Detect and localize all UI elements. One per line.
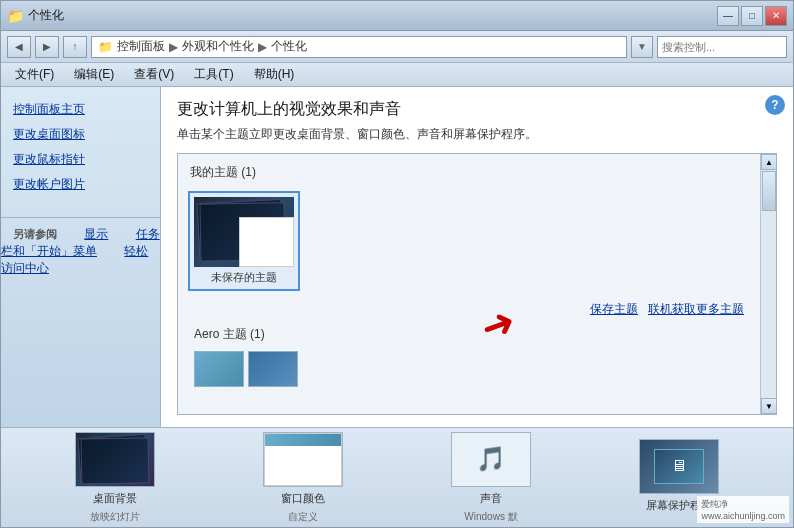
sidebar-also-see: 另请参阅 显示 任务栏和「开始」菜单 轻松访问中心 <box>1 217 160 277</box>
forward-button[interactable]: ▶ <box>35 36 59 58</box>
screensaver-image: 🖥 <box>640 440 718 493</box>
title-bar-controls: — □ ✕ <box>717 6 787 26</box>
maximize-button[interactable]: □ <box>741 6 763 26</box>
sound-label: 声音 <box>480 491 502 506</box>
aero-section-label: Aero 主题 (1) <box>186 322 752 347</box>
sidebar-item-desktop-icons[interactable]: 更改桌面图标 <box>1 122 160 147</box>
scroll-down-button[interactable]: ▼ <box>761 398 777 414</box>
sound-image: 🎵 <box>452 433 530 486</box>
separator-1: ▶ <box>169 40 178 54</box>
page-description: 单击某个主题立即更改桌面背景、窗口颜色、声音和屏幕保护程序。 <box>177 126 777 143</box>
sound-thumbnail: 🎵 <box>451 432 531 487</box>
address-path[interactable]: 📁 控制面板 ▶ 外观和个性化 ▶ 个性化 <box>91 36 627 58</box>
desktop-bg-label: 桌面背景 <box>93 491 137 506</box>
search-input[interactable] <box>658 41 794 53</box>
themes-panel: 我的主题 (1) <box>177 153 777 415</box>
theme-thumbnail <box>194 197 294 267</box>
my-themes-label: 我的主题 (1) <box>186 162 752 183</box>
watermark-url: www.aichunljing.com <box>701 511 785 521</box>
up-button[interactable]: ↑ <box>63 36 87 58</box>
menu-help[interactable]: 帮助(H) <box>248 64 301 85</box>
address-bar: ◀ ▶ ↑ 📁 控制面板 ▶ 外观和个性化 ▶ 个性化 ▼ 🔍 <box>1 31 793 63</box>
search-box[interactable]: 🔍 <box>657 36 787 58</box>
sound-item[interactable]: 🎵 声音 Windows 默 <box>436 432 546 524</box>
screensaver-thumbnail: 🖥 <box>639 439 719 494</box>
sidebar-item-home[interactable]: 控制面板主页 <box>1 97 160 122</box>
unsaved-theme-label: 未保存的主题 <box>211 270 277 285</box>
menu-edit[interactable]: 编辑(E) <box>68 64 120 85</box>
window-title: 个性化 <box>28 7 64 24</box>
menu-file[interactable]: 文件(F) <box>9 64 60 85</box>
desktop-bg-thumbnail <box>75 432 155 487</box>
scroll-thumb[interactable] <box>762 171 776 211</box>
vertical-scrollbar[interactable]: ▲ ▼ <box>760 154 776 414</box>
main-window: 📁 个性化 — □ ✕ ◀ ▶ ↑ 📁 控制面板 ▶ 外观和个性化 ▶ 个性化 … <box>0 0 794 528</box>
themes-content: 我的主题 (1) <box>178 154 760 414</box>
menu-view[interactable]: 查看(V) <box>128 64 180 85</box>
folder-icon: 📁 <box>98 40 113 54</box>
aero-theme-1[interactable] <box>194 351 244 387</box>
desktop-bg-image <box>76 433 154 486</box>
watermark: 爱纯净 www.aichunljing.com <box>697 496 789 523</box>
unsaved-theme-item[interactable]: 未保存的主题 <box>188 191 300 291</box>
path-part-3: 个性化 <box>271 38 307 55</box>
sidebar: 控制面板主页 更改桌面图标 更改鼠标指针 更改帐户图片 另请参阅 显示 任务栏和… <box>1 87 161 427</box>
sound-sublabel: Windows 默 <box>464 510 517 524</box>
page-title: 更改计算机上的视觉效果和声音 <box>177 99 777 120</box>
back-button[interactable]: ◀ <box>7 36 31 58</box>
menu-bar: 文件(F) 编辑(E) 查看(V) 工具(T) 帮助(H) <box>1 63 793 87</box>
desktop-bg-sublabel: 放映幻灯片 <box>90 510 140 524</box>
sidebar-item-mouse-pointer[interactable]: 更改鼠标指针 <box>1 147 160 172</box>
online-themes-link[interactable]: 联机获取更多主题 <box>648 301 744 318</box>
path-part-2: 外观和个性化 <box>182 38 254 55</box>
watermark-brand: 爱纯净 <box>701 499 728 509</box>
window-color-thumbnail <box>263 432 343 487</box>
window-color-image <box>264 433 342 486</box>
help-icon[interactable]: ? <box>765 95 785 115</box>
theme-overlay <box>239 217 294 267</box>
aero-themes-row <box>186 347 752 391</box>
scroll-up-button[interactable]: ▲ <box>761 154 777 170</box>
save-links: 保存主题 联机获取更多主题 <box>186 297 752 322</box>
window-color-item[interactable]: 窗口颜色 自定义 <box>248 432 358 524</box>
path-part-1: 控制面板 <box>117 38 165 55</box>
sidebar-item-account-pic[interactable]: 更改帐户图片 <box>1 172 160 197</box>
aero-theme-2[interactable] <box>248 351 298 387</box>
close-button[interactable]: ✕ <box>765 6 787 26</box>
content-area: ? 更改计算机上的视觉效果和声音 单击某个主题立即更改桌面背景、窗口颜色、声音和… <box>161 87 793 427</box>
save-theme-link[interactable]: 保存主题 <box>590 301 638 318</box>
desktop-background-item[interactable]: 桌面背景 放映幻灯片 <box>60 432 170 524</box>
window-color-label: 窗口颜色 <box>281 491 325 506</box>
title-bar-left: 📁 个性化 <box>7 7 64 24</box>
menu-tools[interactable]: 工具(T) <box>188 64 239 85</box>
separator-2: ▶ <box>258 40 267 54</box>
title-bar: 📁 个性化 — □ ✕ <box>1 1 793 31</box>
window-color-sublabel: 自定义 <box>288 510 318 524</box>
path-dropdown[interactable]: ▼ <box>631 36 653 58</box>
main-content: 控制面板主页 更改桌面图标 更改鼠标指针 更改帐户图片 另请参阅 显示 任务栏和… <box>1 87 793 427</box>
bottom-strip: 桌面背景 放映幻灯片 窗口颜色 自定义 🎵 声音 Windows 默 <box>1 427 793 527</box>
minimize-button[interactable]: — <box>717 6 739 26</box>
themes-panel-row: 我的主题 (1) <box>178 154 776 414</box>
